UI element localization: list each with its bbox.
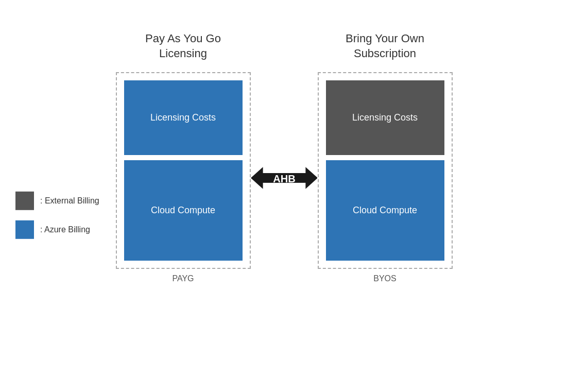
legend: : External Billing : Azure Billing <box>15 191 99 238</box>
svg-marker-2 <box>305 167 318 189</box>
legend-label-external: : External Billing <box>40 196 99 205</box>
legend-item-external: : External Billing <box>15 191 99 210</box>
legend-item-azure: : Azure Billing <box>15 220 99 238</box>
byos-licensing-block: Licensing Costs <box>326 80 444 155</box>
main-container: : External Billing : Azure Billing Pay A… <box>0 0 568 392</box>
byos-licensing-label: Licensing Costs <box>352 112 418 123</box>
legend-label-azure: : Azure Billing <box>40 225 90 234</box>
byos-compute-block: Cloud Compute <box>326 160 444 261</box>
payg-title: Pay As You GoLicensing <box>145 31 221 62</box>
payg-box-label: PAYG <box>172 274 194 283</box>
payg-dashed-box: Licensing Costs Cloud Compute <box>116 72 251 269</box>
payg-licensing-label: Licensing Costs <box>150 112 216 123</box>
byos-column: Bring Your OwnSubscription Licensing Cos… <box>318 31 453 283</box>
ahb-arrow-svg: AHB <box>251 160 318 196</box>
byos-compute-label: Cloud Compute <box>353 205 417 216</box>
svg-marker-1 <box>251 167 263 189</box>
payg-column: Pay As You GoLicensing Licensing Costs C… <box>116 31 251 283</box>
byos-box-label: BYOS <box>373 274 396 283</box>
byos-title: Bring Your OwnSubscription <box>346 31 424 62</box>
diagram-area: Pay As You GoLicensing Licensing Costs C… <box>0 0 568 283</box>
payg-compute-label: Cloud Compute <box>151 205 215 216</box>
payg-licensing-block: Licensing Costs <box>124 80 243 155</box>
byos-dashed-box: Licensing Costs Cloud Compute <box>318 72 453 269</box>
payg-compute-block: Cloud Compute <box>124 160 243 261</box>
legend-swatch-azure <box>15 220 34 238</box>
ahb-text: AHB <box>273 173 296 184</box>
ahb-container: AHB <box>251 118 318 196</box>
legend-swatch-external <box>15 191 34 210</box>
